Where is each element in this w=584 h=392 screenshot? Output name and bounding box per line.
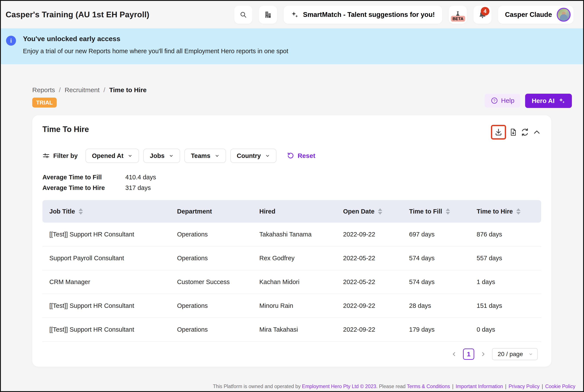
- table-row: [[Test]] Support HR Consultant Operation…: [43, 222, 541, 246]
- notifications-button[interactable]: 4: [473, 6, 491, 24]
- reset-icon: [287, 152, 294, 160]
- column-header-job-title[interactable]: Job Title: [49, 208, 177, 215]
- filter-jobs-label: Jobs: [150, 152, 165, 160]
- export-file-icon: [509, 128, 517, 136]
- table-row: [[Test]] Support HR Consultant Operation…: [43, 318, 541, 342]
- user-menu-button[interactable]: Casper Claude: [498, 6, 573, 24]
- column-header-time-to-hire[interactable]: Time to Hire: [477, 208, 534, 215]
- cell-open-date: 2022-09-22: [343, 302, 409, 309]
- export-file-button[interactable]: [509, 128, 517, 136]
- cell-time-to-hire: 151 days: [477, 302, 534, 309]
- time-to-hire-table: Job Title Department Hired Open Date Tim…: [43, 200, 541, 342]
- chevron-down-icon: [528, 352, 533, 356]
- filter-teams[interactable]: Teams: [184, 148, 226, 163]
- company-link[interactable]: Employment Hero Pty Ltd © 2023: [302, 384, 376, 389]
- cell-time-to-fill: 574 days: [409, 255, 477, 262]
- sort-arrows-icon: [446, 208, 450, 214]
- app-header: Casper's Training (AU 1st EH Payroll): [1, 1, 583, 28]
- refresh-button[interactable]: [520, 128, 529, 137]
- terms-link[interactable]: Terms & Conditions: [407, 384, 450, 389]
- banner-title: You've unlocked early access: [23, 35, 288, 43]
- filter-opened-at-label: Opened At: [92, 152, 124, 160]
- help-button[interactable]: ? Help: [485, 94, 520, 108]
- table-header-row: Job Title Department Hired Open Date Tim…: [43, 200, 541, 222]
- cell-hired: Takahashi Tanama: [259, 231, 343, 238]
- download-icon: [494, 128, 503, 136]
- cell-hired: Kachan Midori: [259, 278, 343, 286]
- footer-text: This Platform is owned and operated by: [213, 384, 302, 389]
- filter-dropdowns: Opened At Jobs Teams: [86, 148, 276, 163]
- filter-teams-label: Teams: [191, 152, 210, 160]
- column-label: Job Title: [49, 208, 75, 215]
- cell-time-to-fill: 179 days: [409, 326, 477, 333]
- column-label: Time to Hire: [477, 208, 513, 215]
- metric-label: Average Time to Hire: [43, 184, 125, 192]
- cell-open-date: 2022-09-22: [343, 231, 409, 238]
- previous-page-button[interactable]: [451, 351, 457, 358]
- breadcrumb-recruitment[interactable]: Recruitment: [65, 86, 100, 94]
- header-actions: SmartMatch - Talent suggestions for you!…: [234, 6, 573, 24]
- breadcrumb-reports[interactable]: Reports: [32, 86, 55, 94]
- smartmatch-label: SmartMatch - Talent suggestions for you!: [303, 11, 435, 18]
- sparkles-icon: [558, 97, 565, 104]
- cell-open-date: 2022-05-22: [343, 278, 409, 286]
- hero-ai-button[interactable]: Hero AI: [525, 94, 572, 108]
- breadcrumb-current: Time to Hire: [109, 86, 147, 94]
- metric-label: Average Time to Fill: [43, 174, 125, 181]
- cell-time-to-hire: 876 days: [477, 231, 534, 238]
- search-icon: [239, 10, 247, 19]
- filter-jobs[interactable]: Jobs: [143, 148, 180, 163]
- page-number[interactable]: 1: [463, 348, 474, 360]
- summary-metrics: Average Time to Fill 410.4 days Average …: [43, 174, 541, 192]
- smartmatch-banner-button[interactable]: SmartMatch - Talent suggestions for you!: [284, 6, 442, 24]
- cell-job-title: Support Payroll Consultant: [49, 255, 177, 262]
- cell-department: Operations: [177, 302, 259, 309]
- organisation-button[interactable]: [259, 6, 277, 24]
- card-header: Time To Hire: [43, 125, 541, 140]
- sort-arrows-icon: [378, 208, 382, 214]
- early-access-banner: i You've unlocked early access Enjoy a t…: [1, 28, 583, 64]
- table-row: [[Test]] Support HR Consultant Operation…: [43, 294, 541, 318]
- cookie-policy-link[interactable]: Cookie Policy: [545, 384, 575, 389]
- important-information-link[interactable]: Important Information: [456, 384, 503, 389]
- next-page-button[interactable]: [480, 351, 486, 358]
- time-to-hire-card: Time To Hire: [32, 115, 551, 367]
- avatar: [557, 8, 570, 22]
- breadcrumb: Reports / Recruitment / Time to Hire: [32, 86, 583, 94]
- chevron-left-icon: [451, 351, 457, 358]
- question-circle-icon: ?: [491, 97, 498, 104]
- cell-job-title: [[Test]] Support HR Consultant: [49, 302, 177, 309]
- page-size-value: 20 / page: [498, 351, 523, 358]
- filter-country[interactable]: Country: [230, 148, 276, 163]
- chevron-right-icon: [480, 351, 486, 358]
- sort-arrows-icon: [516, 208, 520, 214]
- collapse-button[interactable]: [532, 128, 541, 136]
- sort-arrows-icon: [79, 208, 83, 214]
- filter-opened-at[interactable]: Opened At: [86, 148, 139, 163]
- chevron-up-icon: [532, 128, 541, 136]
- cell-hired: Minoru Rain: [259, 302, 343, 309]
- cell-time-to-hire: 1 days: [477, 278, 534, 286]
- beta-badge: BETA: [451, 16, 465, 22]
- privacy-policy-link[interactable]: Privacy Policy: [509, 384, 540, 389]
- search-button[interactable]: [234, 6, 252, 24]
- card-actions: [491, 125, 541, 140]
- trial-badge: TRIAL: [32, 98, 57, 108]
- breadcrumb-separator: /: [59, 86, 61, 94]
- cell-time-to-fill: 574 days: [409, 278, 477, 286]
- filter-bar: Filter by Opened At Jobs Teams: [43, 148, 541, 163]
- labs-button[interactable]: BETA: [449, 6, 467, 24]
- org-title: Casper's Training (AU 1st EH Payroll): [6, 10, 149, 19]
- column-header-open-date[interactable]: Open Date: [343, 208, 409, 215]
- reset-filters-button[interactable]: Reset: [287, 152, 315, 160]
- footer-separator: |: [503, 384, 509, 389]
- pagination: 1 20 / page: [43, 348, 541, 360]
- column-header-time-to-fill[interactable]: Time to Fill: [409, 208, 477, 215]
- chevron-down-icon: [128, 154, 133, 158]
- report-title: Time To Hire: [43, 125, 89, 134]
- user-name: Casper Claude: [505, 11, 552, 18]
- download-button[interactable]: [494, 128, 503, 136]
- chevron-down-icon: [169, 154, 174, 158]
- cell-job-title: [[Test]] Support HR Consultant: [49, 231, 177, 238]
- page-size-select[interactable]: 20 / page: [492, 348, 538, 360]
